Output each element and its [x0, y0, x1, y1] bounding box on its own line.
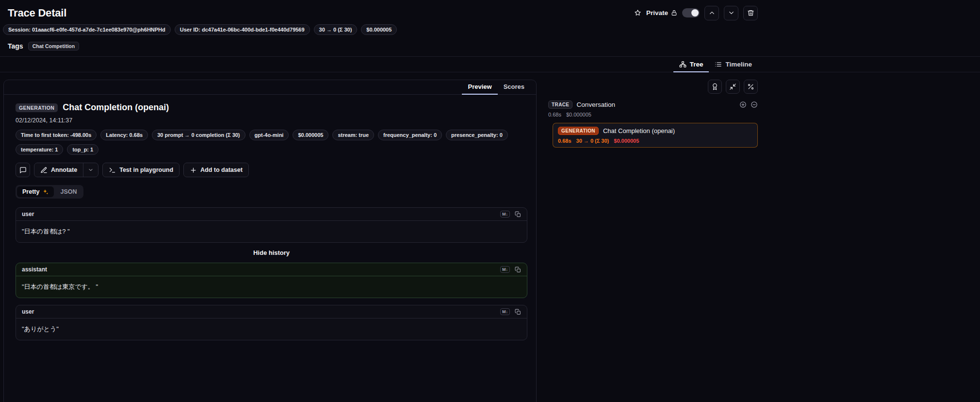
test-in-playground-label: Test in playground	[119, 167, 173, 173]
tree-node-generation[interactable]: GENERATION Chat Completion (openai) 0.68…	[553, 123, 758, 148]
trace-stats: 0.68s $0.000005	[548, 112, 758, 117]
message-assistant: assistant M↓ "日本の首都は東京です。 "	[16, 263, 527, 298]
copy-button[interactable]	[515, 211, 521, 218]
metric-badge-latency: Latency: 0.68s	[100, 130, 148, 140]
bookmark-star-button[interactable]	[634, 9, 641, 17]
next-trace-button[interactable]	[724, 6, 738, 20]
copy-icon	[515, 211, 521, 218]
trace-latency: 0.68s	[548, 112, 561, 117]
node-stats: 0.68s 30 → 0 (Σ 30) $0.000005	[558, 138, 752, 144]
metric-badge-cost: $0.000005	[293, 130, 328, 140]
metric-badge-model[interactable]: gpt-4o-mini	[249, 130, 289, 140]
tag-chip[interactable]: Chat Competition	[28, 42, 80, 50]
observation-timestamp: 02/12/2024, 14:11:37	[16, 117, 526, 124]
copy-button[interactable]	[515, 267, 521, 273]
annotate-split-button: Annotate	[34, 163, 98, 177]
observation-card: Preview Scores GENERATION Chat Completio…	[3, 80, 537, 402]
format-json-label: JSON	[60, 188, 77, 195]
annotate-button[interactable]: Annotate	[34, 163, 83, 177]
trace-detail-page: Trace Detail Private Session: 01aaacf6-e…	[0, 0, 980, 402]
expand-all-button[interactable]	[739, 101, 747, 108]
node-name: Chat Completion (openai)	[603, 127, 675, 134]
add-to-dataset-button[interactable]: Add to dataset	[183, 163, 249, 177]
message-content: "ありがとう"	[16, 318, 527, 340]
trace-meta-row: Session: 01aaacf6-e0fe-457d-a7de-7c1ee08…	[0, 21, 980, 38]
privacy-toggle[interactable]	[682, 8, 700, 17]
previous-trace-button[interactable]	[704, 6, 719, 20]
metric-badge-top-p: top_p: 1	[67, 144, 98, 155]
trace-root-row[interactable]: TRACE Conversation	[548, 100, 758, 109]
trace-name: Conversation	[576, 101, 615, 108]
markdown-toggle-icon[interactable]: M↓	[500, 308, 510, 315]
message-role: user	[22, 308, 34, 315]
markdown-toggle-icon[interactable]: M↓	[500, 211, 510, 218]
tree-toolbar	[548, 80, 758, 94]
comment-icon	[19, 167, 27, 174]
node-tokens: 30 → 0 (Σ 30)	[576, 138, 609, 144]
message-header: user M↓	[16, 305, 527, 318]
metric-badge-frequency-penalty: frequency_penalty: 0	[378, 130, 442, 140]
message-user-2: user M↓ "ありがとう"	[16, 305, 527, 340]
toggle-knob	[691, 9, 699, 17]
message-role: assistant	[22, 266, 47, 273]
observation-title: Chat Completion (openai)	[63, 102, 169, 113]
edit-icon	[40, 167, 48, 174]
observation-title-row: GENERATION Chat Completion (openai)	[16, 102, 526, 113]
node-cost: $0.000005	[614, 138, 639, 144]
page-title: Trace Detail	[8, 7, 66, 19]
session-badge[interactable]: Session: 01aaacf6-e0fe-457d-a7de-7c1ee08…	[3, 24, 171, 35]
collapse-all-button[interactable]	[751, 101, 758, 108]
format-pretty-label: Pretty	[22, 188, 39, 195]
award-icon	[711, 83, 719, 90]
format-json-tab[interactable]: JSON	[55, 186, 82, 197]
add-to-dataset-label: Add to dataset	[200, 167, 243, 173]
metric-badge-presence-penalty: presence_penalty: 0	[446, 130, 508, 140]
toggle-metrics-button[interactable]	[744, 80, 758, 94]
message-role: user	[22, 211, 34, 218]
tree-icon	[679, 61, 686, 68]
trash-icon	[747, 9, 754, 17]
observation-tabs: Preview Scores	[4, 80, 536, 95]
metric-badge-ttft: Time to first token: -498.00s	[16, 130, 97, 140]
chevron-down-icon	[728, 9, 735, 17]
markdown-toggle-icon[interactable]: M↓	[500, 266, 510, 273]
format-toggle: Pretty JSON	[16, 185, 83, 199]
metric-badge-stream: stream: true	[332, 130, 374, 140]
comments-button[interactable]	[16, 163, 30, 177]
tab-preview[interactable]: Preview	[462, 80, 497, 95]
hide-history-link[interactable]: Hide history	[16, 249, 527, 256]
format-pretty-tab[interactable]: Pretty	[17, 186, 54, 197]
trace-tree-panel: TRACE Conversation 0.68s $0.000005 GENER…	[548, 80, 758, 402]
message-content: "日本の首都は? "	[16, 221, 527, 242]
trace-type-badge: TRACE	[548, 100, 572, 109]
test-in-playground-button[interactable]: Test in playground	[102, 163, 180, 177]
circle-minus-icon	[751, 101, 758, 108]
tab-tree[interactable]: Tree	[673, 58, 709, 72]
token-usage-badge: 30 → 0 (Σ 30)	[314, 24, 358, 35]
annotate-dropdown-button[interactable]	[83, 163, 98, 177]
privacy-control: Private	[646, 9, 677, 17]
chevron-up-icon	[708, 9, 716, 17]
tags-label: Tags	[8, 42, 23, 50]
node-latency: 0.68s	[558, 138, 572, 144]
copy-button[interactable]	[515, 309, 521, 315]
tab-timeline[interactable]: Timeline	[709, 58, 758, 72]
minimize-view-button[interactable]	[726, 80, 740, 94]
messages-list: user M↓ "日本の首都は? " Hide history	[16, 207, 527, 340]
minimize-icon	[729, 83, 736, 90]
delete-trace-button[interactable]	[743, 6, 758, 20]
privacy-label: Private	[646, 9, 668, 17]
topbar-actions: Private	[634, 6, 758, 20]
circle-plus-icon	[739, 101, 747, 108]
annotate-label: Annotate	[51, 167, 77, 173]
percent-icon	[747, 83, 754, 90]
copy-icon	[515, 309, 521, 315]
metric-badge-temperature: temperature: 1	[16, 144, 63, 155]
user-id-badge[interactable]: User ID: dc47a41e-06bc-400d-bde1-f0e440d…	[175, 24, 310, 35]
main-area: Preview Scores GENERATION Chat Completio…	[0, 72, 980, 402]
tags-row: Tags Chat Competition	[0, 38, 980, 57]
toggle-scores-button[interactable]	[708, 80, 722, 94]
message-tools: M↓	[500, 211, 521, 218]
tab-scores[interactable]: Scores	[498, 80, 530, 95]
cost-badge: $0.000005	[361, 24, 397, 35]
